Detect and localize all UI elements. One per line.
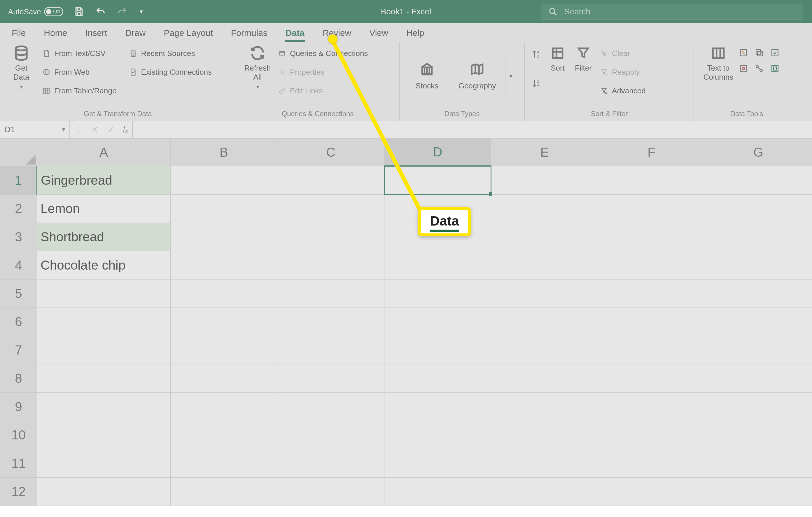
column-header-C[interactable]: C [278, 139, 384, 166]
cell-B1[interactable] [170, 166, 277, 195]
column-header-E[interactable]: E [491, 139, 598, 166]
cell-E4[interactable] [491, 251, 598, 280]
cell-F8[interactable] [598, 365, 705, 393]
toggle-switch[interactable]: Off [44, 7, 63, 16]
cell-D7[interactable] [384, 336, 491, 365]
tab-draw[interactable]: Draw [124, 25, 146, 42]
flash-fill-icon[interactable] [737, 47, 750, 59]
tab-formulas[interactable]: Formulas [230, 25, 268, 42]
cell-E10[interactable] [491, 421, 598, 449]
cell-B6[interactable] [170, 308, 277, 336]
cell-B10[interactable] [170, 421, 277, 449]
cell-E8[interactable] [491, 365, 598, 393]
cell-F1[interactable] [598, 166, 705, 195]
cell-E2[interactable] [491, 195, 598, 223]
cell-C12[interactable] [278, 478, 384, 506]
cell-F9[interactable] [598, 393, 705, 421]
row-header-7[interactable]: 7 [0, 336, 37, 365]
cell-G9[interactable] [705, 393, 812, 421]
cell-G3[interactable] [705, 223, 812, 251]
cell-B5[interactable] [170, 280, 277, 308]
cell-F12[interactable] [598, 478, 705, 506]
column-header-D[interactable]: D [384, 139, 491, 166]
name-box[interactable]: D1 ▼ [0, 121, 70, 138]
cell-C7[interactable] [278, 336, 384, 365]
cell-B4[interactable] [170, 251, 277, 280]
cell-C2[interactable] [278, 195, 384, 223]
recent-sources-button[interactable]: Recent Sources [127, 46, 213, 61]
cell-A12[interactable] [37, 478, 171, 506]
cell-G10[interactable] [705, 421, 812, 449]
cell-G5[interactable] [705, 280, 812, 308]
select-all-corner[interactable] [0, 139, 37, 166]
cell-G6[interactable] [705, 308, 812, 336]
tab-insert[interactable]: Insert [85, 25, 108, 42]
undo-icon[interactable] [95, 6, 107, 18]
cell-B8[interactable] [170, 365, 277, 393]
qat-customize-icon[interactable]: ▾ [138, 8, 145, 16]
cell-E12[interactable] [491, 478, 598, 506]
row-header-2[interactable]: 2 [0, 195, 37, 223]
cell-F10[interactable] [598, 421, 705, 449]
fx-icon[interactable]: fx [119, 124, 132, 135]
worksheet[interactable]: ABCDEFG1Gingerbread2Lemon3Shortbread4Cho… [0, 138, 812, 506]
row-header-10[interactable]: 10 [0, 421, 37, 449]
cell-C8[interactable] [278, 365, 384, 393]
cell-F7[interactable] [598, 336, 705, 365]
cell-A10[interactable] [37, 421, 171, 449]
filter-button[interactable]: Filter [571, 45, 596, 73]
search-box[interactable]: Search [541, 4, 803, 20]
tab-help[interactable]: Help [406, 25, 425, 42]
cell-G2[interactable] [705, 195, 812, 223]
sort-asc-icon[interactable]: AZ [532, 49, 542, 60]
cell-F2[interactable] [598, 195, 705, 223]
cell-A8[interactable] [37, 365, 171, 393]
remove-duplicates-icon[interactable] [753, 47, 765, 59]
get-data-button[interactable]: Get Data ▾ [5, 45, 37, 90]
cell-A6[interactable] [37, 308, 171, 336]
column-header-F[interactable]: F [598, 139, 705, 166]
cell-C5[interactable] [278, 280, 384, 308]
cell-F11[interactable] [598, 449, 705, 478]
autosave-toggle[interactable]: AutoSave Off [8, 7, 63, 16]
sort-button[interactable]: Sort [545, 45, 571, 73]
row-header-1[interactable]: 1 [0, 166, 37, 195]
cell-B7[interactable] [170, 336, 277, 365]
tab-page-layout[interactable]: Page Layout [163, 25, 213, 42]
cell-E9[interactable] [491, 393, 598, 421]
cell-D5[interactable] [384, 280, 491, 308]
cell-G12[interactable] [705, 478, 812, 506]
geography-button[interactable]: Geography [455, 58, 499, 94]
cell-G7[interactable] [705, 336, 812, 365]
consolidate-icon[interactable] [737, 62, 750, 75]
cell-A4[interactable]: Chocolate chip [37, 251, 171, 280]
cell-B9[interactable] [170, 393, 277, 421]
row-header-8[interactable]: 8 [0, 365, 37, 393]
row-header-3[interactable]: 3 [0, 223, 37, 251]
cell-A7[interactable] [37, 336, 171, 365]
cell-B3[interactable] [170, 223, 277, 251]
cell-F6[interactable] [598, 308, 705, 336]
cell-D1[interactable] [384, 166, 491, 195]
cell-E5[interactable] [491, 280, 598, 308]
stocks-button[interactable]: Stocks [405, 58, 449, 94]
cell-A1[interactable]: Gingerbread [37, 166, 171, 195]
cell-B12[interactable] [170, 478, 277, 506]
cell-G1[interactable] [705, 166, 812, 195]
cell-E1[interactable] [491, 166, 598, 195]
cell-E6[interactable] [491, 308, 598, 336]
data-types-more-button[interactable]: ▾ [505, 59, 516, 94]
cell-C3[interactable] [278, 223, 384, 251]
cell-F3[interactable] [598, 223, 705, 251]
cell-B11[interactable] [170, 449, 277, 478]
column-header-A[interactable]: A [37, 139, 171, 166]
cell-C4[interactable] [278, 251, 384, 280]
tab-home[interactable]: Home [43, 25, 68, 42]
sort-desc-icon[interactable]: ZA [532, 79, 542, 90]
cell-D12[interactable] [384, 478, 491, 506]
row-header-5[interactable]: 5 [0, 280, 37, 308]
row-header-12[interactable]: 12 [0, 478, 37, 506]
cell-D10[interactable] [384, 421, 491, 449]
cell-D8[interactable] [384, 365, 491, 393]
text-to-columns-button[interactable]: Text to Columns [699, 45, 737, 82]
